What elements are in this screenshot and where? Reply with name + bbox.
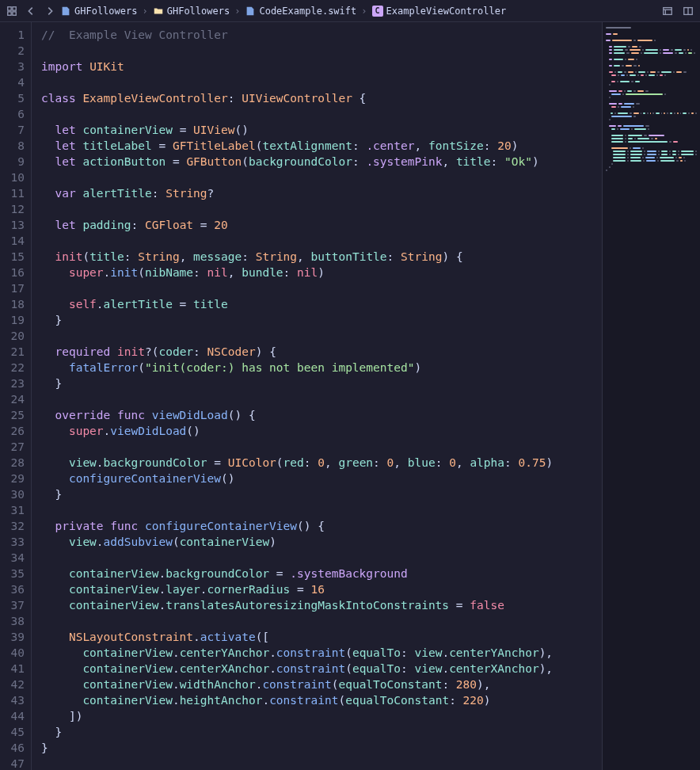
code-line: init(title: String, message: String, but… [41, 249, 602, 265]
code-line: private func configureContainerView() { [41, 518, 602, 534]
line-number: 43 [0, 692, 25, 708]
class-icon: C [372, 6, 383, 17]
svg-rect-4 [664, 7, 672, 14]
code-line: required init?(coder: NSCoder) { [41, 344, 602, 360]
breadcrumb-separator: › [361, 6, 367, 17]
line-number: 37 [0, 597, 25, 613]
code-line [41, 233, 602, 249]
code-line: containerView.widthAnchor.constraint(equ… [41, 677, 602, 692]
line-number: 45 [0, 724, 25, 740]
code-line: let actionButton = GFButton(backgroundCo… [41, 154, 602, 170]
line-number: 22 [0, 360, 25, 375]
code-line: } [41, 740, 602, 756]
line-number: 41 [0, 661, 25, 677]
line-number: 28 [0, 455, 25, 471]
code-line [41, 502, 602, 518]
svg-rect-2 [8, 11, 11, 14]
line-number: 47 [0, 756, 25, 770]
code-line [41, 550, 602, 566]
code-line: containerView.centerYAnchor.constraint(e… [41, 645, 602, 661]
line-number: 18 [0, 296, 25, 312]
svg-rect-3 [13, 11, 16, 14]
line-number: 31 [0, 502, 25, 518]
line-number: 23 [0, 375, 25, 391]
line-number: 20 [0, 328, 25, 344]
add-editor-icon[interactable] [681, 4, 695, 18]
code-line: class ExampleViewController: UIViewContr… [41, 90, 602, 106]
code-line [41, 43, 602, 59]
breadcrumb-item[interactable]: CodeExample.swift › [245, 6, 368, 17]
line-number: 10 [0, 170, 25, 185]
folder-icon [153, 6, 164, 17]
related-items-icon[interactable] [5, 4, 19, 18]
line-number: 3 [0, 59, 25, 74]
code-line: view.backgroundColor = UIColor(red: 0, g… [41, 455, 602, 471]
code-line: import UIKit [41, 59, 602, 74]
nav-back-icon[interactable] [24, 4, 38, 18]
breadcrumb-item[interactable]: GHFollowers › [153, 6, 242, 17]
editor[interactable]: 1234567891011121314151617181920212223242… [0, 22, 602, 770]
line-number: 17 [0, 280, 25, 296]
minimap[interactable] [602, 22, 700, 770]
line-number: 39 [0, 629, 25, 645]
breadcrumb-separator: › [234, 6, 240, 17]
line-number: 11 [0, 185, 25, 201]
breadcrumb-separator: › [142, 6, 147, 17]
code-line [41, 201, 602, 217]
adjust-editor-icon[interactable] [660, 4, 675, 18]
code-line [41, 74, 602, 90]
breadcrumb-label: CodeExample.swift [259, 6, 356, 17]
line-number: 30 [0, 486, 25, 502]
code-line: // Example View Controller [41, 27, 602, 43]
code-line: configureContainerView() [41, 471, 602, 486]
line-gutter: 1234567891011121314151617181920212223242… [0, 22, 32, 770]
code-line: self.alertTitle = title [41, 296, 602, 312]
line-number: 7 [0, 122, 25, 138]
line-number: 36 [0, 581, 25, 597]
line-number: 24 [0, 391, 25, 407]
code-line: let padding: CGFloat = 20 [41, 217, 602, 233]
line-number: 35 [0, 566, 25, 581]
code-line: containerView.heightAnchor.constraint(eq… [41, 692, 602, 708]
line-number: 5 [0, 90, 25, 106]
line-number: 9 [0, 154, 25, 170]
code-line: } [41, 375, 602, 391]
breadcrumb-label: GHFollowers [74, 6, 137, 17]
breadcrumb-item[interactable]: GHFollowers › [60, 6, 150, 17]
code-line: override func viewDidLoad() { [41, 407, 602, 423]
line-number: 44 [0, 708, 25, 724]
code-line: fatalError("init(coder:) has not been im… [41, 360, 602, 375]
code-line: let containerView = UIView() [41, 122, 602, 138]
nav-group [5, 4, 57, 18]
line-number: 15 [0, 249, 25, 265]
code-line [41, 439, 602, 455]
code-area[interactable]: // Example View Controllerimport UIKitcl… [32, 22, 602, 770]
project-icon [60, 6, 71, 17]
main: 1234567891011121314151617181920212223242… [0, 22, 700, 770]
line-number: 26 [0, 423, 25, 439]
breadcrumb-label: ExampleViewController [386, 6, 507, 17]
line-number: 21 [0, 344, 25, 360]
swift-file-icon [245, 6, 256, 17]
line-number: 1 [0, 27, 25, 43]
nav-forward-icon[interactable] [43, 4, 57, 18]
code-line: } [41, 312, 602, 328]
code-line [41, 328, 602, 344]
line-number: 2 [0, 43, 25, 59]
code-line: containerView.centerXAnchor.constraint(e… [41, 661, 602, 677]
toolbar: GHFollowers › GHFollowers › CodeExample.… [0, 0, 700, 22]
line-number: 33 [0, 534, 25, 550]
breadcrumbs: GHFollowers › GHFollowers › CodeExample.… [60, 6, 657, 17]
code-line: } [41, 724, 602, 740]
line-number: 38 [0, 613, 25, 629]
line-number: 32 [0, 518, 25, 534]
breadcrumb-item[interactable]: C ExampleViewController [372, 6, 507, 17]
code-line: ]) [41, 708, 602, 724]
code-line: } [41, 486, 602, 502]
line-number: 8 [0, 138, 25, 154]
svg-rect-1 [13, 6, 16, 10]
toolbar-right [660, 4, 695, 18]
code-line: super.viewDidLoad() [41, 423, 602, 439]
svg-rect-0 [8, 6, 11, 10]
line-number: 4 [0, 74, 25, 90]
